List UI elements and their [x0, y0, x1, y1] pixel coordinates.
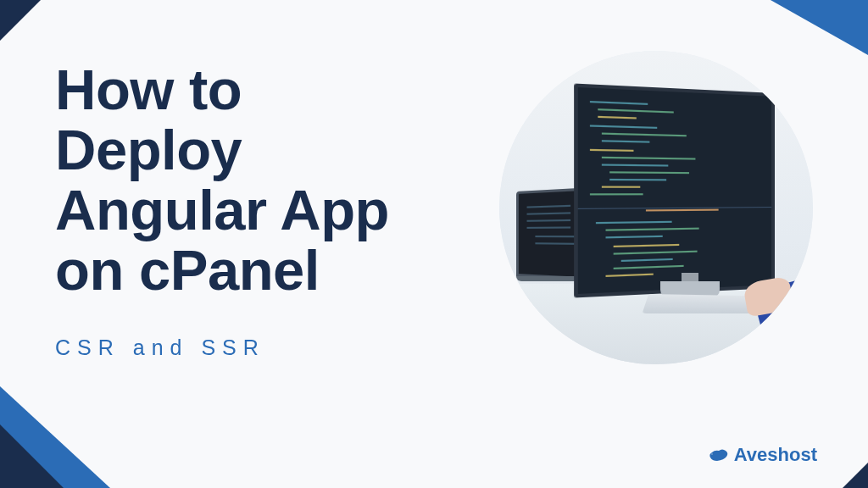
title-line: Deploy — [55, 118, 242, 181]
decorative-triangle-bottom-left-front — [0, 424, 64, 488]
title-line: on cPanel — [55, 238, 320, 302]
brand-name: Aveshost — [734, 444, 817, 466]
title-line: Angular App — [55, 178, 389, 241]
decorative-triangle-top-left — [0, 0, 41, 41]
bird-icon — [707, 446, 731, 464]
text-content: How to Deploy Angular App on cPanel CSR … — [55, 59, 496, 360]
title-line: How to — [55, 58, 242, 121]
page-title: How to Deploy Angular App on cPanel — [55, 59, 496, 300]
brand-logo: Aveshost — [707, 444, 817, 466]
page-subtitle: CSR and SSR — [55, 336, 496, 360]
decorative-triangle-top-right — [771, 0, 868, 55]
hero-image — [499, 51, 813, 364]
monitor-illustration — [574, 83, 775, 297]
decorative-triangle-bottom-right — [843, 463, 868, 488]
